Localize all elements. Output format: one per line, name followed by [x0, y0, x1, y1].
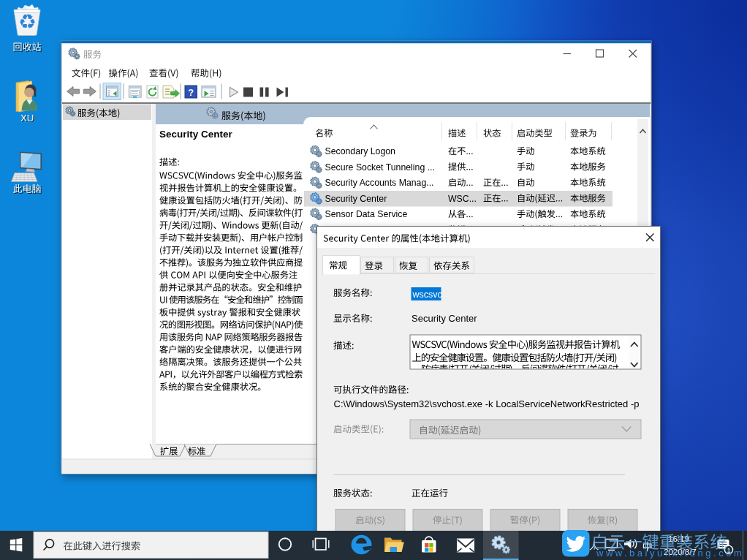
svg-text:Security Center: Security Center — [325, 194, 387, 204]
svg-text:Security Center: Security Center — [412, 313, 477, 324]
svg-text:www.baiyunxitong.com: www.baiyunxitong.com — [596, 548, 744, 559]
svg-text:WSC...: WSC... — [448, 194, 477, 204]
svg-text:C:\Windows\System32\svchost.ex: C:\Windows\System32\svchost.exe -k Local… — [334, 398, 640, 409]
svg-text:Security Accounts Manag...: Security Accounts Manag... — [325, 178, 434, 188]
svg-text:?: ? — [188, 87, 194, 98]
svg-text:XU: XU — [20, 113, 34, 124]
svg-text:Secondary Logon: Secondary Logon — [325, 146, 396, 156]
svg-text:Security Center: Security Center — [159, 129, 233, 140]
svg-text:Secure Socket Tunneling ...: Secure Socket Tunneling ... — [325, 162, 435, 173]
svg-text:wscsvc: wscsvc — [412, 290, 442, 300]
svg-text:Sensor Data Service: Sensor Data Service — [325, 209, 408, 219]
